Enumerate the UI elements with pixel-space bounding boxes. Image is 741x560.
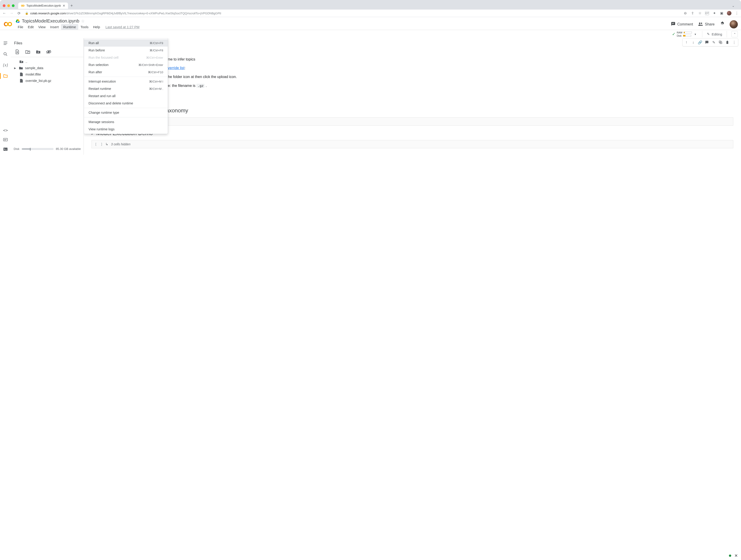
toc-icon[interactable] bbox=[3, 41, 8, 46]
doc-paragraph: elow, upload the .tflite model file and … bbox=[91, 65, 733, 71]
menu-runtime[interactable]: Runtime bbox=[61, 24, 78, 30]
menu-file[interactable]: File bbox=[15, 24, 25, 30]
runtime-menu-item[interactable]: Run after⌘/Ctrl+F10 bbox=[84, 69, 168, 76]
hidden-cells-bar[interactable]: [ ] ↳ 10 cells hidden bbox=[91, 117, 733, 126]
file-icon bbox=[19, 72, 24, 77]
cell-menu-icon[interactable]: ⋮ bbox=[731, 39, 737, 45]
runtime-menu-item[interactable]: Run selection⌘/Ctrl+Shift+Enter bbox=[84, 61, 168, 69]
back-button[interactable]: ← bbox=[2, 11, 6, 15]
disk-bar bbox=[683, 35, 691, 36]
editing-mode-button[interactable]: ✎ Editing bbox=[707, 32, 722, 36]
menu-view[interactable]: View bbox=[36, 24, 48, 30]
tab-overflow-icon[interactable]: ⌄ bbox=[728, 3, 738, 8]
runtime-menu-item[interactable]: Run before⌘/Ctrl+F8 bbox=[84, 47, 168, 54]
panel-icon[interactable]: ▣ bbox=[720, 11, 724, 15]
chrome-profile-avatar[interactable] bbox=[727, 11, 731, 15]
menu-item-label: Run all bbox=[88, 41, 99, 45]
last-saved-text[interactable]: Last saved at 1:27 PM bbox=[104, 24, 141, 30]
svg-point-11 bbox=[4, 53, 6, 55]
section-header[interactable]: ▶ Libraries, Override List and Taxonomy bbox=[85, 106, 739, 115]
menu-item-shortcut: ⌘/Ctrl+Enter bbox=[146, 56, 163, 59]
close-tab-icon[interactable]: ✕ bbox=[63, 4, 65, 7]
user-avatar[interactable] bbox=[730, 20, 738, 28]
share-page-icon[interactable]: ⇧ bbox=[690, 11, 694, 15]
section-header[interactable]: ▶ Model Execution Demo bbox=[85, 129, 739, 138]
bookmark-icon[interactable]: ☆ bbox=[698, 11, 702, 15]
lock-icon: 🔒 bbox=[25, 12, 28, 15]
file-tree-up[interactable]: .. bbox=[14, 59, 81, 65]
disk-status-label: Disk bbox=[14, 147, 19, 151]
runtime-menu-item[interactable]: Run all⌘/Ctrl+F9 bbox=[84, 39, 168, 47]
collapse-header-button[interactable]: ⌃ bbox=[731, 31, 738, 37]
command-palette-icon[interactable] bbox=[3, 137, 8, 142]
menu-tools[interactable]: Tools bbox=[78, 24, 91, 30]
search-icon[interactable] bbox=[3, 52, 8, 57]
comment-button[interactable]: Comment bbox=[671, 22, 693, 27]
files-tab-icon[interactable] bbox=[3, 73, 8, 79]
cell-toolbar: ↑ ↓ 🔗 ✎ ⋮ bbox=[682, 38, 738, 47]
document-title[interactable]: TopicsModelExecution.ipynb bbox=[22, 18, 79, 24]
chrome-menu-icon[interactable]: ⋮ bbox=[735, 11, 739, 15]
menu-item-label: Run the focused cell bbox=[88, 56, 118, 59]
menu-item-label: View runtime logs bbox=[88, 128, 115, 131]
resource-dropdown-icon[interactable]: ▾ bbox=[693, 32, 697, 36]
file-tree-item[interactable]: override_list.pb.gz bbox=[14, 78, 81, 84]
override-list-link[interactable]: override list bbox=[166, 66, 184, 70]
menu-item-label: Disconnect and delete runtime bbox=[88, 101, 133, 105]
profile-badge[interactable]: OT bbox=[705, 11, 709, 15]
address-bar[interactable]: 🔒 colab.research.google.com/drive/1Fk1iZ… bbox=[24, 12, 680, 15]
menu-help[interactable]: Help bbox=[91, 24, 103, 30]
comment-cell-icon[interactable] bbox=[704, 39, 710, 45]
new-tab-button[interactable]: + bbox=[70, 3, 73, 8]
share-button[interactable]: Share bbox=[698, 22, 715, 27]
variables-icon[interactable]: {x} bbox=[3, 62, 8, 68]
refresh-files-icon[interactable] bbox=[25, 49, 30, 55]
runtime-menu-item[interactable]: View runtime logs bbox=[84, 126, 168, 133]
pencil-icon: ✎ bbox=[707, 32, 710, 36]
file-tree-folder[interactable]: ▶ sample_data bbox=[14, 65, 81, 71]
reload-button[interactable]: ⟳ bbox=[17, 11, 21, 15]
toggle-hidden-icon[interactable] bbox=[46, 49, 52, 55]
mount-drive-icon[interactable] bbox=[36, 49, 41, 55]
hidden-cells-bar[interactable]: [ ] ↳ 3 cells hidden bbox=[91, 140, 733, 148]
colab-logo-icon[interactable] bbox=[3, 19, 13, 29]
runtime-menu-item[interactable]: Interrupt execution⌘/Ctrl+M I bbox=[84, 78, 168, 85]
menu-item-shortcut: ⌘/Ctrl+M I bbox=[149, 80, 163, 83]
browser-tab[interactable]: TopicsModelExecution.ipynb ✕ bbox=[18, 2, 68, 9]
runtime-menu-item[interactable]: Change runtime type bbox=[84, 109, 168, 116]
settings-button[interactable] bbox=[720, 21, 725, 27]
move-up-icon[interactable]: ↑ bbox=[683, 39, 689, 45]
mirror-cell-icon[interactable] bbox=[718, 39, 724, 45]
code-snippets-icon[interactable]: <> bbox=[3, 128, 8, 133]
menu-edit[interactable]: Edit bbox=[25, 24, 36, 30]
upload-file-icon[interactable] bbox=[14, 49, 20, 55]
runtime-menu-item[interactable]: Manage sessions bbox=[84, 118, 168, 126]
svg-point-0 bbox=[21, 5, 23, 6]
runtime-menu-item[interactable]: Disconnect and delete runtime bbox=[84, 100, 168, 107]
runtime-menu-item[interactable]: Restart runtime⌘/Ctrl+M . bbox=[84, 85, 168, 92]
ram-label: RAM bbox=[677, 31, 682, 34]
move-down-icon[interactable]: ↓ bbox=[690, 39, 696, 45]
menu-item-shortcut: ⌘/Ctrl+F9 bbox=[149, 42, 163, 45]
file-tree-item[interactable]: model.tflite bbox=[14, 71, 81, 78]
folder-icon bbox=[19, 66, 23, 70]
window-controls[interactable] bbox=[3, 4, 14, 7]
link-cell-icon[interactable]: 🔗 bbox=[697, 39, 703, 45]
forward-button: → bbox=[10, 11, 14, 15]
cell-brackets: [ ] bbox=[95, 142, 103, 146]
edit-cell-icon[interactable]: ✎ bbox=[711, 39, 717, 45]
menu-insert[interactable]: Insert bbox=[48, 24, 61, 30]
zoom-icon[interactable]: ⊖ bbox=[683, 11, 687, 15]
expand-caret-icon[interactable]: ▶ bbox=[14, 67, 17, 70]
delete-cell-icon[interactable] bbox=[724, 39, 730, 45]
resource-indicator[interactable]: ✓ RAM Disk ▾ bbox=[672, 31, 697, 37]
extensions-icon[interactable]: ✦ bbox=[712, 11, 717, 15]
menu-divider bbox=[84, 108, 168, 108]
svg-point-1 bbox=[23, 5, 24, 6]
menu-item-label: Interrupt execution bbox=[88, 80, 116, 83]
terminal-icon[interactable] bbox=[3, 147, 8, 152]
menu-bar: File Edit View Insert Runtime Tools Help… bbox=[15, 24, 668, 30]
runtime-menu-item[interactable]: Restart and run all bbox=[84, 92, 168, 100]
doc-heading: el Execution Demo bbox=[91, 43, 733, 54]
star-button[interactable]: ☆ bbox=[81, 19, 85, 24]
